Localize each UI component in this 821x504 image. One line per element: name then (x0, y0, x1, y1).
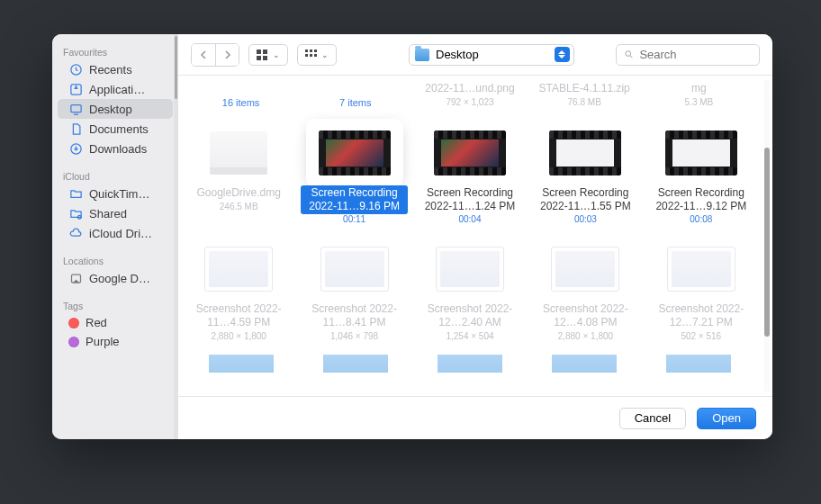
svg-rect-7 (263, 50, 267, 54)
file-item[interactable]: Screenshot 2022-12…7.21 PM 502 × 516 (646, 237, 756, 346)
file-item[interactable]: Screenshot 2022-12…4.08 PM 2,880 × 1,800 (530, 237, 640, 346)
sidebar-tag-purple[interactable]: Purple (58, 332, 173, 351)
file-meta: 00:04 (458, 214, 481, 224)
folder-icon (415, 49, 429, 61)
file-grid-area: 16 items7 items2022-11…und.png792 × 1,02… (178, 76, 772, 396)
file-name: Screen Recording 2022-11…9.16 PM (301, 185, 407, 214)
sidebar-item-quicktime[interactable]: QuickTim… (58, 184, 173, 203)
sidebar-item-label: Applicati… (89, 83, 145, 96)
sidebar-item-label: Google D… (89, 272, 150, 285)
sidebar-item-downloads[interactable]: Downloads (58, 139, 173, 158)
tag-dot-icon (68, 337, 79, 347)
doc-icon (68, 122, 83, 136)
folder-icon (68, 186, 83, 201)
file-name: Screen Recording 2022-11…1.55 PM (532, 185, 638, 214)
section-title-icloud: iCloud (52, 166, 178, 184)
file-meta: 00:03 (574, 214, 597, 224)
cloud-icon (68, 226, 83, 240)
svg-rect-9 (263, 56, 267, 60)
svg-rect-15 (314, 54, 317, 57)
file-name: 2022-11…und.png (422, 81, 517, 96)
file-name: Screenshot 2022-12…7.21 PM (648, 302, 754, 330)
file-item[interactable]: Screen Recording 2022-11…9.12 PM 00:08 (646, 121, 756, 228)
file-meta: 7 items (339, 97, 371, 108)
svg-rect-12 (314, 50, 317, 52)
file-item[interactable]: Screenshot 2022-11…4.59 PM 2,880 × 1,800 (184, 237, 293, 346)
svg-rect-14 (310, 54, 312, 57)
file-item[interactable]: Screenshot 2022-11…8.41 PM 1,046 × 798 (299, 237, 409, 346)
svg-rect-2 (70, 104, 80, 112)
file-name: Screenshot 2022-11…4.59 PM (185, 302, 292, 330)
file-thumb (311, 124, 398, 182)
file-thumb (542, 240, 628, 298)
sidebar-item-recents[interactable]: Recents (58, 59, 173, 79)
sidebar-item-label: Desktop (89, 103, 132, 116)
sidebar-item-shared[interactable]: Shared (58, 203, 173, 223)
file-meta: 5.3 MB (685, 97, 714, 108)
disk-icon (68, 271, 83, 285)
file-name: mg (689, 81, 709, 96)
group-by-button[interactable]: ⌄ (297, 44, 337, 66)
file-thumb (658, 240, 744, 298)
download-icon (68, 141, 83, 156)
sidebar-item-applications[interactable]: Applicati… (58, 79, 173, 99)
apps-icon (68, 82, 83, 96)
grid-icon (257, 50, 269, 60)
file-thumb (658, 124, 744, 182)
file-meta: 2,880 × 1,800 (211, 331, 266, 342)
sidebar-item-label: Documents (89, 122, 149, 136)
file-thumb (195, 124, 282, 182)
file-item[interactable]: Screen Recording 2022-11…1.24 PM 00:04 (415, 121, 525, 228)
chevron-down-icon: ⌄ (273, 50, 280, 59)
shared-icon (68, 206, 83, 220)
view-mode-button[interactable]: ⌄ (248, 44, 288, 66)
forward-button[interactable] (215, 44, 239, 66)
file-meta: 246.5 MB (220, 202, 258, 212)
desktop-icon (68, 102, 83, 116)
nav-back-forward (191, 43, 239, 67)
file-name: Screen Recording 2022-11…1.24 PM (417, 185, 523, 214)
file-meta: 16 items (222, 97, 260, 108)
file-meta: 00:08 (690, 214, 712, 224)
main-area: ⌄ ⌄ Desktop 16 items7 items2022-11…und.p… (178, 34, 772, 439)
cancel-label: Cancel (635, 411, 671, 425)
sidebar-item-desktop[interactable]: Desktop (58, 99, 173, 119)
clock-icon (68, 62, 83, 76)
file-meta: 1,046 × 798 (330, 331, 378, 342)
section-title-locations: Locations (52, 250, 178, 268)
file-item[interactable]: Screen Recording 2022-11…1.55 PM 00:03 (530, 121, 640, 228)
sidebar-item-google-d[interactable]: Google D… (58, 268, 173, 288)
sidebar-tag-red[interactable]: Red (58, 313, 173, 332)
sidebar-item-label: Downloads (89, 142, 147, 156)
file-meta: 502 × 516 (681, 331, 721, 342)
file-grid[interactable]: 16 items7 items2022-11…und.png792 × 1,02… (178, 76, 762, 396)
search-icon (624, 49, 634, 60)
file-meta: 1,254 × 504 (446, 331, 493, 342)
file-item[interactable]: Screen Recording 2022-11…9.16 PM 00:11 (299, 121, 409, 228)
svg-rect-10 (305, 50, 308, 52)
svg-point-16 (626, 51, 631, 57)
file-item[interactable]: Screenshot 2022-12…2.40 AM 1,254 × 504 (415, 237, 525, 346)
sidebar-item-label: Purple (86, 335, 120, 348)
tag-dot-icon (68, 318, 79, 328)
section-title-tags: Tags (52, 295, 178, 313)
location-popup[interactable]: Desktop (409, 44, 574, 66)
search-field[interactable] (616, 44, 760, 66)
sidebar-item-documents[interactable]: Documents (58, 119, 173, 139)
file-item[interactable]: GoogleDrive.dmg 246.5 MB (184, 121, 293, 228)
open-button[interactable]: Open (697, 408, 756, 429)
file-name: Screenshot 2022-12…2.40 AM (417, 302, 523, 330)
sidebar-item-label: iCloud Dri… (89, 227, 152, 240)
file-name: Screenshot 2022-12…4.08 PM (532, 302, 638, 330)
sidebar-item-icloud-drive[interactable]: iCloud Dri… (58, 223, 173, 243)
back-button[interactable] (192, 44, 215, 66)
dialog-footer: Cancel Open (178, 396, 772, 439)
search-input[interactable] (639, 48, 752, 61)
toolbar: ⌄ ⌄ Desktop (178, 34, 772, 76)
file-meta: 76.8 MB (568, 97, 601, 108)
content-scrollbar[interactable] (762, 76, 772, 396)
file-name: Screen Recording 2022-11…9.12 PM (648, 185, 754, 214)
file-name: GoogleDrive.dmg (194, 185, 284, 201)
cancel-button[interactable]: Cancel (619, 408, 686, 429)
file-thumb (427, 240, 513, 298)
